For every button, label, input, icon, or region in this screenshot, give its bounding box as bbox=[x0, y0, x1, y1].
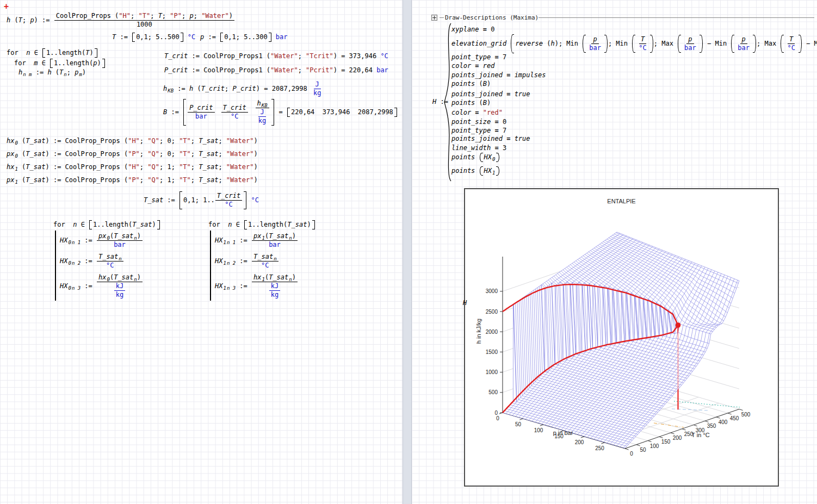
svg-text:50: 50 bbox=[640, 447, 646, 453]
h-assignment-label[interactable]: H := bbox=[432, 96, 452, 106]
def-hx1[interactable]: hx1 (T_sat) := CoolProp_Props ("H"; "Q";… bbox=[7, 163, 258, 171]
3d-plot-region[interactable]: 0500100015002000250030000501001502002500… bbox=[464, 188, 779, 487]
y-axis-label: T in °C bbox=[671, 432, 731, 438]
loop-HX1-row-3[interactable]: HX1n 3 := hx1(T_satn)kJkg bbox=[215, 273, 298, 299]
svg-text:0: 0 bbox=[496, 415, 499, 421]
svg-text:2000: 2000 bbox=[486, 329, 498, 335]
surface-plot-canvas: 0500100015002000250030000501001502002500… bbox=[465, 189, 778, 486]
svg-text:2500: 2500 bbox=[486, 309, 498, 315]
loop-HX1-row-1[interactable]: HX1n 1 := px1(T_satn)bar bbox=[215, 232, 298, 249]
plot-title: ENTALPIE bbox=[568, 198, 674, 204]
for-n[interactable]: for n ∈ 1..length(T) bbox=[7, 48, 98, 58]
draw-item-4[interactable]: points_joined = impulses bbox=[451, 71, 546, 79]
assign-h-nm[interactable]: hn m := h (Tn; pm) bbox=[18, 69, 86, 77]
draw-item-6[interactable]: points_joined = true bbox=[451, 90, 530, 98]
svg-text:3000: 3000 bbox=[486, 288, 498, 294]
draw-item-12[interactable]: line_width = 3 bbox=[451, 144, 506, 152]
loop-HX1-header[interactable]: for n ∈ 1..length(T_sat) bbox=[208, 220, 315, 229]
worksheet-page-right[interactable]: Draw-Descriptions (Maxima) H := xyplane … bbox=[412, 0, 817, 504]
draw-item-8[interactable]: color = "red" bbox=[451, 109, 503, 117]
area-rule bbox=[539, 17, 814, 18]
z-axis-label: h in kJ/kg bbox=[475, 307, 482, 356]
plot-variable-caption: H bbox=[463, 299, 467, 307]
draw-item-0[interactable]: xyplane = 0 bbox=[451, 26, 495, 34]
draw-item-13[interactable]: points HX0 bbox=[451, 153, 500, 162]
draw-item-14[interactable]: points HX1 bbox=[451, 166, 500, 176]
svg-text:450: 450 bbox=[730, 415, 739, 421]
page-divider bbox=[403, 0, 412, 504]
svg-text:350: 350 bbox=[707, 423, 716, 429]
draw-item-11[interactable]: points_joined = true bbox=[451, 135, 530, 143]
svg-text:100: 100 bbox=[650, 443, 659, 449]
collapse-plus-icon[interactable] bbox=[431, 15, 437, 21]
worksheet-page-left[interactable]: + h (T; p) := CoolProp_Props ("H"; "T"; … bbox=[0, 0, 403, 504]
area-title: Draw-Descriptions (Maxima) bbox=[445, 14, 539, 21]
loop-HX1[interactable]: for n ∈ 1..length(T_sat)HX1n 1 := px1(T_… bbox=[208, 220, 315, 301]
for-m[interactable]: for m ∈ 1..length(p) bbox=[14, 59, 106, 68]
collapsible-area-header[interactable]: Draw-Descriptions (Maxima) bbox=[431, 14, 539, 21]
svg-text:1500: 1500 bbox=[486, 349, 498, 355]
def-B-matrix[interactable]: B := P_critbarT_crit°ChKBJkg = 220,64 37… bbox=[163, 99, 398, 126]
smath-worksheet: { "left_page": { "cursor": "+", "formula… bbox=[0, 0, 817, 504]
svg-text:0: 0 bbox=[494, 410, 498, 416]
svg-text:200: 200 bbox=[575, 439, 584, 445]
draw-item-10[interactable]: point_type = 7 bbox=[451, 127, 506, 135]
draw-item-3[interactable]: color = red bbox=[451, 62, 495, 70]
svg-text:50: 50 bbox=[515, 421, 522, 427]
svg-text:500: 500 bbox=[741, 412, 751, 418]
draw-item-9[interactable]: point_size = 0 bbox=[451, 118, 506, 126]
svg-text:0: 0 bbox=[630, 451, 633, 457]
def-h-function[interactable]: h (T; p) := CoolProp_Props ("H"; "T"; T;… bbox=[7, 12, 235, 29]
def-Tsat-range[interactable]: T_sat := 0,1; 1..T_crit°C °C bbox=[144, 191, 259, 209]
loop-HX0-row-1[interactable]: HX0n 1 := px0(T_satn)bar bbox=[60, 232, 143, 249]
loop-HX1-row-2[interactable]: HX1n 2 := T_satn°C bbox=[215, 253, 279, 270]
svg-text:1000: 1000 bbox=[486, 369, 498, 375]
draw-item-2[interactable]: point_type = 7 bbox=[451, 53, 506, 61]
def-Pcrit[interactable]: P_crit := CoolProp_Props1 ("Water"; "Pcr… bbox=[164, 66, 388, 74]
loop-HX0-row-3[interactable]: HX0n 3 := hx0(T_satn)kJkg bbox=[60, 273, 143, 299]
h-define[interactable]: H := bbox=[432, 98, 452, 106]
area-dash bbox=[440, 17, 444, 18]
loop-HX0-body: HX0n 1 := px0(T_satn)barHX0n 2 := T_satn… bbox=[55, 231, 143, 301]
svg-text:400: 400 bbox=[719, 419, 728, 425]
draw-item-5[interactable]: points (B) bbox=[451, 80, 491, 88]
svg-text:150: 150 bbox=[661, 439, 671, 445]
svg-text:250: 250 bbox=[595, 445, 604, 451]
def-hKB[interactable]: hKB := h (T_crit; P_crit) = 2087,2998 Jk… bbox=[163, 80, 323, 97]
loop-HX0[interactable]: for n ∈ 1..length(T_sat)HX0n 1 := px0(T_… bbox=[53, 220, 160, 301]
def-p-range[interactable]: p := 0,1; 5..300 bar bbox=[200, 33, 288, 42]
loop-HX0-row-2[interactable]: HX0n 2 := T_satn°C bbox=[60, 253, 124, 270]
svg-text:500: 500 bbox=[488, 389, 498, 395]
draw-item-7[interactable]: points (B) bbox=[451, 99, 491, 107]
x-axis-label: p in bar bbox=[533, 430, 593, 436]
loop-HX1-body: HX1n 1 := px1(T_satn)barHX1n 2 := T_satn… bbox=[210, 231, 298, 301]
def-px1[interactable]: px1 (T_sat) := CoolProp_Props ("P"; "Q";… bbox=[7, 176, 258, 184]
def-Tcrit[interactable]: T_crit := CoolProp_Props1 ("Water"; "Tcr… bbox=[164, 52, 388, 60]
draw-item-1[interactable]: elevation_grid reverse (h); Min pbar; Mi… bbox=[451, 34, 817, 53]
def-hx0[interactable]: hx0 (T_sat) := CoolProp_Props ("H"; "Q";… bbox=[7, 137, 258, 145]
insertion-cursor-icon: + bbox=[4, 3, 9, 10]
loop-HX0-header[interactable]: for n ∈ 1..length(T_sat) bbox=[53, 220, 160, 229]
def-px0[interactable]: px0 (T_sat) := CoolProp_Props ("P"; "Q";… bbox=[7, 150, 258, 158]
def-T-range[interactable]: T := 0,1; 5..500 °C bbox=[112, 33, 195, 42]
